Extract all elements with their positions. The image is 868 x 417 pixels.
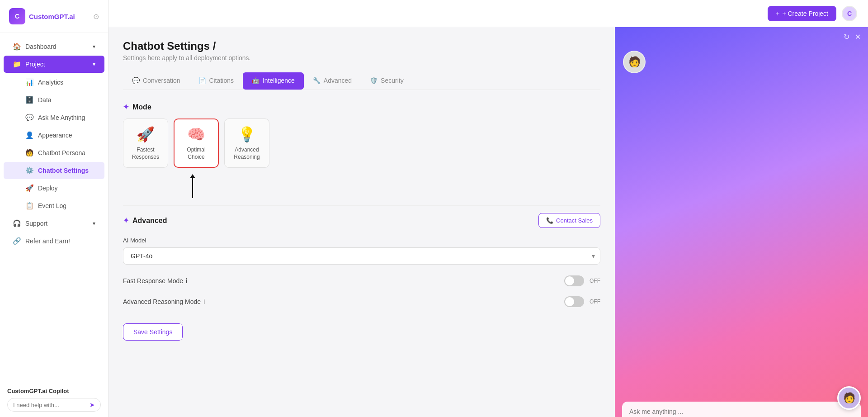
chat-icon: 💬 — [25, 114, 33, 122]
sidebar-item-dashboard[interactable]: 🏠 Dashboard ▾ — [4, 38, 104, 55]
chevron-down-icon: ▾ — [93, 61, 95, 67]
security-icon: 🛡️ — [370, 77, 377, 84]
tab-citations[interactable]: 📄 Citations — [189, 72, 243, 90]
advanced-reasoning-state: OFF — [590, 299, 600, 305]
fast-response-toggle[interactable] — [564, 275, 584, 286]
sidebar-item-appearance[interactable]: 👤 Appearance — [4, 127, 104, 144]
sidebar-item-label: Refer and Earn! — [25, 237, 70, 245]
copilot-send-icon[interactable]: ➤ — [90, 401, 95, 408]
tab-security[interactable]: 🛡️ Security — [361, 72, 413, 90]
sidebar-nav: 🏠 Dashboard ▾ 📁 Project ▾ 📊 Analytics 🗄️… — [0, 33, 108, 382]
home-icon: 🏠 — [13, 43, 21, 51]
sidebar-item-ask-me-anything[interactable]: 💬 Ask Me Anything — [4, 109, 104, 126]
create-project-label: + Create Project — [782, 10, 828, 17]
clock-icon[interactable]: ⊙ — [93, 12, 99, 21]
advanced-reasoning-toggle[interactable] — [564, 296, 584, 307]
sidebar-item-chatbot-persona[interactable]: 🧑 Chatbot Persona — [4, 144, 104, 161]
sidebar-item-project[interactable]: 📁 Project ▾ — [4, 56, 104, 73]
sidebar-item-chatbot-settings[interactable]: ⚙️ Chatbot Settings — [4, 162, 104, 179]
mode-card-label: Advanced Reasoning — [229, 147, 264, 161]
user-initial: C — [847, 10, 852, 17]
copilot-input[interactable] — [13, 402, 90, 408]
sidebar-item-event-log[interactable]: 📋 Event Log — [4, 197, 104, 214]
sidebar-item-label: Deploy — [38, 185, 58, 192]
advanced-reasoning-info-icon[interactable]: i — [203, 298, 205, 305]
sidebar: C CustomGPT.ai ⊙ 🏠 Dashboard ▾ 📁 Project… — [0, 0, 108, 417]
advanced-reasoning-label: Advanced Reasoning Mode i — [123, 298, 205, 305]
settings-area: Chatbot Settings / Settings here apply t… — [108, 27, 615, 417]
conversation-icon: 💬 — [132, 77, 140, 84]
page-subtitle: Settings here apply to all deployment op… — [123, 54, 600, 62]
sidebar-item-label: Ask Me Anything — [38, 114, 85, 121]
mode-card-advanced-reasoning[interactable]: 💡 Advanced Reasoning — [224, 118, 269, 168]
chat-panel: ↻ ✕ 🧑 Shift + Enter to add a new line ➤ — [615, 27, 868, 417]
sidebar-item-label: Support — [25, 220, 47, 227]
sidebar-item-label: Analytics — [38, 79, 63, 86]
main-area: + + Create Project C Chatbot Settings / … — [108, 0, 868, 417]
sidebar-item-label: Project — [25, 61, 45, 68]
chat-panel-top: ↻ ✕ — [615, 27, 868, 47]
sidebar-item-label: Chatbot Persona — [38, 149, 85, 156]
ai-model-select-wrap: GPT-4o GPT-4 GPT-3.5 Claude 3 ▾ — [123, 247, 600, 265]
tabs-bar: 💬 Conversation 📄 Citations 🤖 Intelligenc… — [123, 72, 600, 90]
mode-card-optimal[interactable]: 🧠 Optimal Choice — [174, 118, 219, 168]
sidebar-item-deploy[interactable]: 🚀 Deploy — [4, 180, 104, 197]
refer-icon: 🔗 — [13, 237, 21, 245]
tab-label: Security — [381, 77, 404, 84]
sidebar-item-refer[interactable]: 🔗 Refer and Earn! — [4, 232, 104, 250]
fast-response-row: Fast Response Mode i OFF — [123, 274, 600, 288]
tab-label: Intelligence — [263, 77, 295, 84]
sidebar-item-label: Event Log — [38, 202, 66, 209]
brain-icon: 🧠 — [187, 126, 205, 143]
topbar: + + Create Project C — [108, 0, 868, 27]
tab-advanced[interactable]: 🔧 Advanced — [304, 72, 361, 90]
mode-card-label: Fastest Responses — [128, 147, 163, 161]
sidebar-item-analytics[interactable]: 📊 Analytics — [4, 74, 104, 91]
create-project-button[interactable]: + + Create Project — [768, 6, 836, 21]
refresh-icon[interactable]: ↻ — [844, 33, 849, 41]
sidebar-item-label: Data — [38, 96, 52, 104]
chat-input-area: Shift + Enter to add a new line ➤ — [622, 402, 861, 417]
rocket-icon: 🚀 — [137, 126, 155, 143]
copilot-label: CustomGPT.ai Copilot — [7, 388, 101, 394]
tab-conversation[interactable]: 💬 Conversation — [123, 72, 189, 90]
fast-response-info-icon[interactable]: i — [186, 277, 187, 284]
user-avatar[interactable]: C — [842, 6, 857, 21]
mode-card-label: Optimal Choice — [179, 147, 213, 161]
mode-cards: 🚀 Fastest Responses 🧠 Optimal Choice 💡 A… — [123, 118, 600, 168]
sidebar-item-data[interactable]: 🗄️ Data — [4, 91, 104, 109]
chat-bot-avatar: 🧑 — [623, 51, 646, 73]
phone-icon: 📞 — [546, 217, 553, 224]
advanced-label: Advanced — [132, 217, 167, 225]
mode-card-fastest[interactable]: 🚀 Fastest Responses — [123, 118, 168, 168]
advanced-section-header: ✦ Advanced 📞 Contact Sales — [123, 213, 600, 228]
logo-icon: C — [9, 8, 25, 24]
bottom-user-avatar[interactable]: 🧑 — [837, 386, 861, 410]
page-title: Chatbot Settings / — [123, 40, 600, 52]
sidebar-item-support[interactable]: 🎧 Support ▾ — [4, 215, 104, 232]
tab-label: Citations — [209, 77, 234, 84]
citations-icon: 📄 — [198, 77, 206, 84]
ai-model-select[interactable]: GPT-4o GPT-4 GPT-3.5 Claude 3 — [123, 247, 600, 265]
section-divider — [123, 205, 600, 206]
sidebar-item-label: Dashboard — [25, 43, 57, 50]
contact-sales-button[interactable]: 📞 Contact Sales — [538, 213, 600, 228]
logo-text: CustomGPT.ai — [29, 13, 75, 20]
advanced-reasoning-row: Advanced Reasoning Mode i OFF — [123, 294, 600, 309]
mode-section-header: ✦ Mode — [123, 103, 600, 111]
tab-intelligence[interactable]: 🤖 Intelligence — [243, 72, 304, 90]
chat-input[interactable] — [629, 408, 854, 415]
tab-label: Conversation — [143, 77, 180, 84]
persona-icon: 🧑 — [25, 149, 33, 157]
toggle-group: Fast Response Mode i OFF Advanced Reason… — [123, 274, 600, 309]
sidebar-item-label: Appearance — [38, 132, 72, 139]
tab-label: Advanced — [324, 77, 352, 84]
ai-model-group: AI Model GPT-4o GPT-4 GPT-3.5 Claude 3 ▾ — [123, 237, 600, 265]
sidebar-item-label: Chatbot Settings — [38, 167, 89, 174]
ai-model-label: AI Model — [123, 237, 600, 244]
advanced-icon: 🔧 — [313, 77, 321, 84]
close-icon[interactable]: ✕ — [855, 33, 861, 41]
save-settings-button[interactable]: Save Settings — [123, 323, 183, 341]
deploy-icon: 🚀 — [25, 184, 33, 192]
copilot-section: CustomGPT.ai Copilot ➤ — [0, 382, 108, 417]
